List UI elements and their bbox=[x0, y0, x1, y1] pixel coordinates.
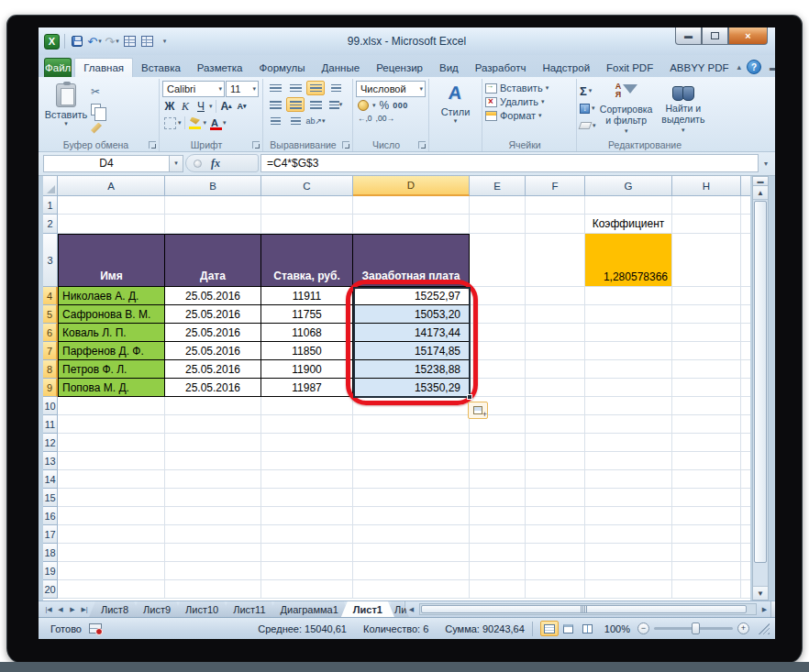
row-header-3[interactable]: 3 bbox=[43, 234, 58, 287]
cell-D2[interactable] bbox=[353, 215, 470, 234]
font-size-select[interactable]: 11▾ bbox=[226, 81, 259, 97]
cell-A2[interactable] bbox=[58, 215, 165, 234]
cell-C4[interactable]: 11911 bbox=[261, 287, 353, 305]
cell-clipped6[interactable] bbox=[741, 324, 750, 342]
font-color-button[interactable]: А bbox=[207, 116, 222, 130]
cell-C11[interactable] bbox=[261, 415, 353, 434]
last-sheet-icon[interactable]: ▶| bbox=[79, 606, 90, 613]
cell-A10[interactable] bbox=[58, 397, 165, 415]
column-header-C[interactable]: C bbox=[261, 176, 353, 196]
cell-G20[interactable] bbox=[585, 580, 672, 599]
format-painter-button[interactable] bbox=[91, 120, 106, 136]
cell-clipped19[interactable] bbox=[741, 562, 750, 580]
cell-G12[interactable] bbox=[585, 434, 672, 452]
tab-splitter[interactable] bbox=[770, 601, 775, 617]
collapse-ribbon-icon[interactable]: ▴ bbox=[737, 62, 742, 72]
merge-center-button[interactable]: ▾ bbox=[327, 97, 345, 112]
cell-A17[interactable] bbox=[58, 525, 165, 544]
cell-clipped12[interactable] bbox=[741, 434, 750, 452]
cell-G3[interactable]: 1,280578366 bbox=[585, 234, 672, 287]
cell-G16[interactable] bbox=[585, 507, 672, 525]
column-header-F[interactable]: F bbox=[526, 176, 585, 196]
page-break-view-button[interactable] bbox=[579, 621, 597, 636]
row-header-4[interactable]: 4 bbox=[43, 287, 58, 305]
cell-G15[interactable] bbox=[585, 489, 672, 507]
format-cells-button[interactable]: Формат▾ bbox=[485, 110, 573, 121]
scroll-down-icon[interactable]: ▼ bbox=[753, 586, 768, 600]
thousands-icon[interactable]: 000 bbox=[393, 101, 408, 110]
cell-D20[interactable] bbox=[353, 580, 470, 599]
cell-A16[interactable] bbox=[58, 507, 165, 525]
cell-H13[interactable] bbox=[672, 452, 741, 470]
cell-F19[interactable] bbox=[526, 562, 585, 580]
sheet-tab-5[interactable]: Диаграмма1 bbox=[269, 601, 350, 617]
vertical-scrollbar[interactable]: ▬ ▲ ▼ bbox=[752, 176, 769, 600]
zoom-out-button[interactable]: − bbox=[637, 622, 649, 634]
row-header-6[interactable]: 6 bbox=[43, 324, 58, 342]
cell-B5[interactable]: 25.05.2016 bbox=[165, 305, 261, 324]
cell-C16[interactable] bbox=[261, 507, 353, 525]
cell-B16[interactable] bbox=[165, 507, 261, 525]
cell-D12[interactable] bbox=[353, 434, 470, 452]
cell-C19[interactable] bbox=[261, 562, 353, 580]
vertical-scroll-thumb[interactable] bbox=[754, 201, 767, 563]
cell-G17[interactable] bbox=[585, 525, 672, 544]
help-icon[interactable]: ? bbox=[747, 60, 761, 74]
cell-C18[interactable] bbox=[261, 544, 353, 562]
row-header-20[interactable]: 20 bbox=[43, 580, 58, 599]
cell-A15[interactable] bbox=[58, 489, 165, 507]
column-header-H[interactable]: H bbox=[672, 176, 741, 196]
name-box[interactable]: D4 bbox=[43, 155, 170, 172]
cell-B4[interactable]: 25.05.2016 bbox=[165, 287, 261, 305]
cell-D13[interactable] bbox=[353, 452, 470, 470]
cell-E5[interactable] bbox=[470, 305, 526, 324]
cell-clipped13[interactable] bbox=[741, 452, 750, 470]
sheet-tab-6[interactable]: Лист1 bbox=[341, 601, 394, 617]
cell-H6[interactable] bbox=[672, 324, 741, 342]
row-header-19[interactable]: 19 bbox=[43, 562, 58, 580]
dialog-launcher-icon[interactable] bbox=[418, 141, 426, 149]
cell-B20[interactable] bbox=[165, 580, 261, 599]
cell-D14[interactable] bbox=[353, 470, 470, 489]
cell-F5[interactable] bbox=[526, 305, 585, 324]
cell-D15[interactable] bbox=[353, 489, 470, 507]
cell-G11[interactable] bbox=[585, 415, 672, 434]
cell-B19[interactable] bbox=[165, 562, 261, 580]
cell-E13[interactable] bbox=[470, 452, 526, 470]
cell-F9[interactable] bbox=[526, 379, 585, 397]
cell-B12[interactable] bbox=[165, 434, 261, 452]
cell-H16[interactable] bbox=[672, 507, 741, 525]
cell-A14[interactable] bbox=[58, 470, 165, 489]
cell-G1[interactable] bbox=[585, 196, 672, 215]
row-header-9[interactable]: 9 bbox=[43, 379, 58, 397]
cell-C7[interactable]: 11850 bbox=[261, 342, 353, 360]
cell-H19[interactable] bbox=[672, 562, 741, 580]
cell-G4[interactable] bbox=[585, 287, 672, 305]
cell-H5[interactable] bbox=[672, 305, 741, 324]
cell-G19[interactable] bbox=[585, 562, 672, 580]
cell-A4[interactable]: Николаев А. Д. bbox=[58, 287, 165, 305]
cell-C14[interactable] bbox=[261, 470, 353, 489]
cell-D10[interactable] bbox=[353, 397, 470, 415]
ribbon-tab-4[interactable]: Формулы bbox=[251, 58, 314, 77]
row-header-12[interactable]: 12 bbox=[43, 434, 58, 452]
cell-A8[interactable]: Петров Ф. Л. bbox=[58, 360, 165, 379]
copy-button[interactable]: ▾ bbox=[91, 102, 106, 117]
cell-E17[interactable] bbox=[470, 525, 526, 544]
cell-B11[interactable] bbox=[165, 415, 261, 434]
cell-B6[interactable]: 25.05.2016 bbox=[165, 324, 261, 342]
cell-G8[interactable] bbox=[585, 360, 672, 379]
column-header-B[interactable]: B bbox=[165, 176, 261, 196]
cell-G5[interactable] bbox=[585, 305, 672, 324]
insert-cells-button[interactable]: Вставить▾ bbox=[485, 83, 573, 94]
cell-H1[interactable] bbox=[672, 196, 741, 215]
cell-clipped1[interactable] bbox=[741, 196, 750, 215]
cell-D17[interactable] bbox=[353, 525, 470, 544]
cell-clipped3[interactable] bbox=[741, 234, 750, 287]
restore-button[interactable] bbox=[702, 28, 728, 45]
cell-D11[interactable] bbox=[353, 415, 470, 434]
cell-H15[interactable] bbox=[672, 489, 741, 507]
paste-button[interactable]: Вставить ▾ bbox=[45, 81, 87, 138]
split-handle[interactable]: ▬ bbox=[753, 177, 768, 186]
column-header-G[interactable]: G bbox=[585, 176, 672, 196]
